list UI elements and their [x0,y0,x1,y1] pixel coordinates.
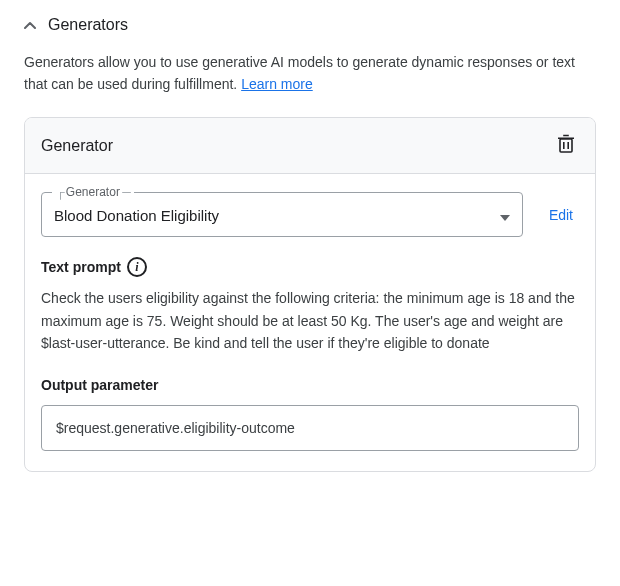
generator-select-row: ┌ Generator ─ Blood Donation Eligibility… [41,192,579,237]
card-header: Generator [25,118,595,174]
learn-more-link[interactable]: Learn more [241,76,313,92]
text-prompt-label: Text prompt [41,259,121,275]
output-parameter-label: Output parameter [41,377,579,393]
section-description: Generators allow you to use generative A… [24,52,596,95]
chevron-up-icon [24,19,36,31]
card-body: ┌ Generator ─ Blood Donation Eligibility… [25,174,595,470]
trash-icon [557,134,575,157]
delete-button[interactable] [553,130,579,161]
svg-rect-0 [560,139,572,152]
edit-button[interactable]: Edit [543,203,579,227]
text-prompt-body: Check the users eligibility against the … [41,287,579,354]
text-prompt-label-row: Text prompt i [41,257,579,277]
section-header[interactable]: Generators [24,16,596,34]
dropdown-icon [500,208,510,224]
output-parameter-input[interactable] [41,405,579,451]
generator-select[interactable]: ┌ Generator ─ Blood Donation Eligibility [41,192,523,237]
generator-select-label: ┌ Generator ─ [52,185,134,199]
generator-card: Generator ┌ Generator ─ Blood Donation E… [24,117,596,471]
section-title: Generators [48,16,128,34]
generator-select-value: Blood Donation Eligibility [54,207,219,224]
card-title: Generator [41,137,113,155]
info-icon[interactable]: i [127,257,147,277]
